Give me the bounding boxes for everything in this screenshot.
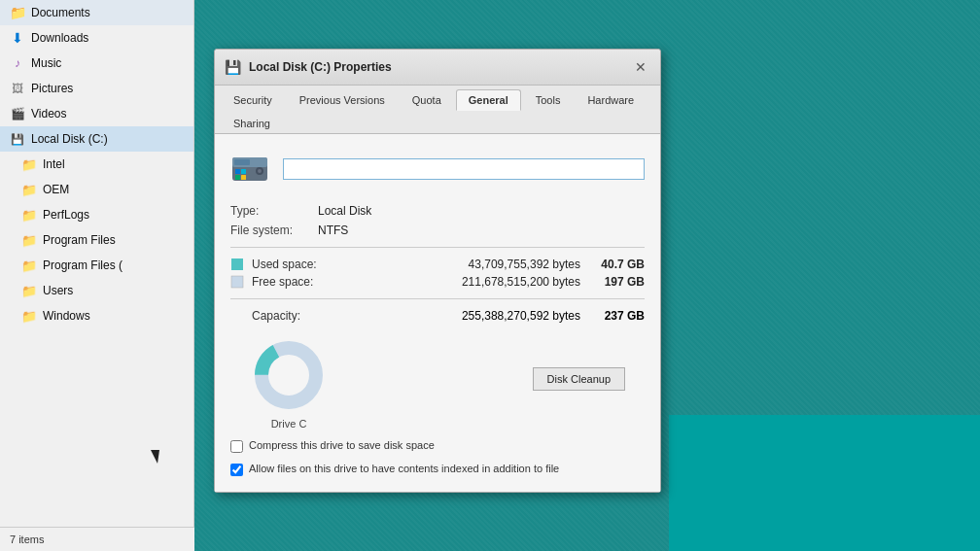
drive-icon-title: 💾 [225,59,241,75]
sidebar-item-pictures[interactable]: 🖼 Pictures [0,76,193,101]
sidebar-label-perflogs: PerfLogs [43,208,89,222]
folder-icon-oem: 📁 [21,182,37,197]
tab-security[interactable]: Security [221,89,285,111]
filesystem-row: File system: NTFS [230,224,645,237]
divider-2 [230,298,645,299]
mouse-cursor [151,450,159,464]
music-icon: ♪ [10,55,25,71]
sidebar-label-oem: OEM [43,183,69,196]
drive-header [230,150,645,189]
donut-chart [250,336,328,414]
dialog-content: Type: Local Disk File system: NTFS Used … [215,134,660,492]
videos-icon: 🎬 [10,106,25,121]
capacity-row: Capacity: 255,388,270,592 bytes 237 GB [230,309,645,323]
close-button[interactable]: ✕ [631,57,650,77]
folder-icon-perflogs: 📁 [21,207,37,223]
sidebar-item-program-files-x86[interactable]: 📁 Program Files ( [0,253,193,278]
sidebar-label-program-files-x86: Program Files ( [43,258,122,272]
svg-point-13 [269,356,308,395]
sidebar-item-documents[interactable]: 📁 Documents [0,0,193,25]
tab-hardware[interactable]: Hardware [575,89,647,111]
sidebar-label-music: Music [31,56,61,70]
drive-name-input[interactable] [283,158,645,180]
used-space-label: Used space: [252,258,330,271]
free-space-human: 197 GB [596,275,645,289]
free-space-row: Free space: 211,678,515,200 bytes 197 GB [230,275,645,289]
capacity-bytes: 255,388,270,592 bytes [308,309,596,323]
sidebar-item-videos[interactable]: 🎬 Videos [0,101,193,126]
compress-label: Compress this drive to save disk space [249,439,435,451]
used-space-row: Used space: 43,709,755,392 bytes 40.7 GB [230,258,645,271]
index-label: Allow files on this drive to have conten… [249,463,559,474]
download-icon: ⬇ [10,30,25,46]
tab-bar: Security Previous Versions Quota General… [215,86,660,134]
sidebar-label-downloads: Downloads [31,31,88,45]
sidebar-label-program-files: Program Files [43,233,116,247]
donut-wrapper: Drive C [250,336,328,430]
folder-icon-users: 📁 [21,283,37,298]
sidebar-label-documents: Documents [31,6,90,19]
sidebar-item-local-disk[interactable]: 💾 Local Disk (C:) [0,126,193,152]
teal-background [669,415,980,551]
folder-icon-programfiles: 📁 [21,232,37,248]
tab-previous-versions[interactable]: Previous Versions [287,89,398,111]
free-space-label: Free space: [252,275,330,289]
chart-area: Drive C Disk Cleanup [230,336,645,430]
item-count: 7 items [10,534,44,545]
sidebar-item-intel[interactable]: 📁 Intel [0,152,193,177]
folder-icon-windows: 📁 [21,308,37,324]
tab-tools[interactable]: Tools [523,89,574,111]
svg-rect-9 [231,258,243,270]
used-space-human: 40.7 GB [596,258,645,271]
compress-checkbox-row: Compress this drive to save disk space [230,439,645,453]
dialog-backdrop: 💾 Local Disk (C:) Properties ✕ Security … [194,0,980,551]
sidebar-label-intel: Intel [43,157,65,171]
tab-general[interactable]: General [456,89,521,111]
free-space-dot [230,275,244,289]
cleanup-area: Disk Cleanup [533,367,625,398]
free-space-bytes: 211,678,515,200 bytes [330,275,596,289]
pictures-icon: 🖼 [10,81,25,96]
svg-rect-5 [235,169,240,174]
drive-label: Drive C [250,418,328,430]
svg-rect-2 [234,159,250,165]
dialog-titlebar: 💾 Local Disk (C:) Properties ✕ [215,50,660,86]
type-row: Type: Local Disk [230,204,645,218]
type-label: Type: [230,204,318,218]
folder-icon-intel: 📁 [21,156,37,172]
used-space-dot [230,258,244,271]
sidebar-item-users[interactable]: 📁 Users [0,278,193,303]
file-explorer-sidebar: 📁 Documents ⬇ Downloads ♪ Music 🖼 Pictur… [0,0,194,551]
sidebar-item-oem[interactable]: 📁 OEM [0,177,193,202]
tab-sharing[interactable]: Sharing [221,113,283,133]
svg-rect-6 [241,169,246,174]
folder-icon: 📁 [10,5,25,20]
dialog-title-text: Local Disk (C:) Properties [249,60,392,74]
capacity-label: Capacity: [230,309,308,323]
dialog-title-area: 💾 Local Disk (C:) Properties [225,59,392,75]
sidebar-item-windows[interactable]: 📁 Windows [0,303,193,328]
index-checkbox-row: Allow files on this drive to have conten… [230,463,645,476]
sidebar-label-videos: Videos [31,107,66,121]
status-bar: 7 items [0,527,194,551]
svg-rect-7 [235,175,240,180]
sidebar-item-downloads[interactable]: ⬇ Downloads [0,25,193,51]
filesystem-value: NTFS [318,224,348,237]
sidebar-label-windows: Windows [43,309,90,323]
sidebar-item-program-files[interactable]: 📁 Program Files [0,227,193,253]
used-space-bytes: 43,709,755,392 bytes [330,258,596,271]
sidebar-item-perflogs[interactable]: 📁 PerfLogs [0,202,193,227]
svg-rect-8 [241,175,246,180]
disk-cleanup-button[interactable]: Disk Cleanup [533,367,625,391]
index-checkbox[interactable] [230,464,243,476]
sidebar-item-music[interactable]: ♪ Music [0,51,193,76]
svg-rect-10 [231,276,243,288]
drive-icon: 💾 [10,131,25,147]
filesystem-label: File system: [230,224,318,237]
sidebar-label-pictures: Pictures [31,82,73,95]
svg-point-4 [258,169,262,173]
folder-icon-programfilesx86: 📁 [21,258,37,273]
tab-quota[interactable]: Quota [400,89,454,111]
capacity-human: 237 GB [596,309,645,323]
compress-checkbox[interactable] [230,440,243,453]
